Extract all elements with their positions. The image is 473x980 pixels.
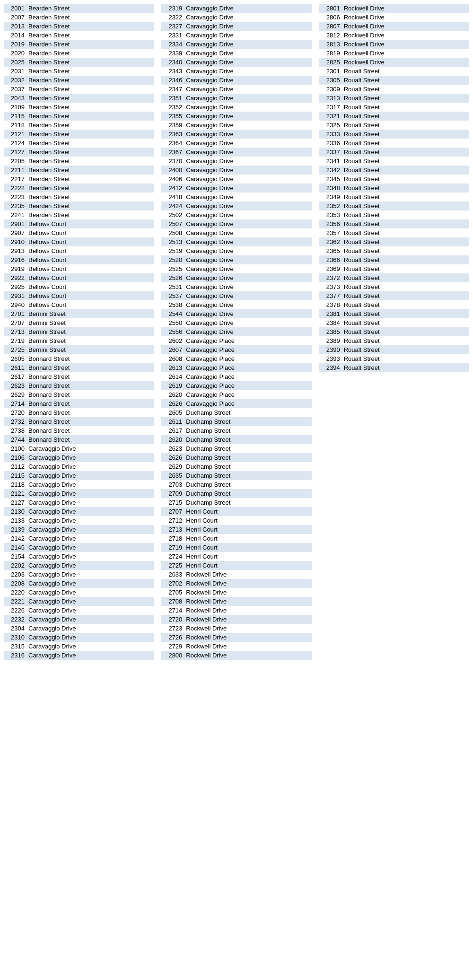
street-name: Henri Court: [186, 544, 217, 551]
list-item: 2714Rockwell Drive: [161, 606, 311, 615]
list-item: 2800Rockwell Drive: [161, 651, 311, 660]
list-item: 2712Henri Court: [161, 516, 311, 525]
list-item: 2222Bearden Street: [4, 184, 154, 192]
address-number: 2352: [164, 104, 182, 111]
street-name: Caravaggio Drive: [28, 517, 76, 524]
list-item: 2613Caravaggio Place: [161, 363, 311, 372]
address-number: 2919: [7, 265, 25, 272]
address-number: 2322: [164, 14, 182, 21]
address-number: 2217: [7, 175, 25, 183]
street-name: Caravaggio Drive: [28, 589, 76, 596]
street-name: Roualt Street: [344, 122, 380, 129]
street-name: Bonnard Street: [28, 355, 70, 362]
street-name: Roualt Street: [344, 301, 380, 308]
street-name: Bellows Court: [28, 256, 66, 263]
address-number: 2203: [7, 571, 25, 578]
street-name: Caravaggio Drive: [186, 265, 233, 272]
address-number: 2720: [164, 616, 182, 623]
street-name: Bernini Street: [28, 310, 66, 317]
list-item: 2352Roualt Street: [319, 201, 469, 210]
list-item: 2919Bellows Court: [4, 264, 154, 273]
street-name: Caravaggio Drive: [186, 32, 233, 39]
list-item: 2620Caravaggio Place: [161, 390, 311, 399]
street-name: Duchamp Street: [186, 445, 230, 452]
list-item: 2309Roualt Street: [319, 85, 469, 94]
address-number: 2221: [7, 598, 25, 605]
list-item: 2916Bellows Court: [4, 255, 154, 264]
address-number: 2205: [7, 158, 25, 165]
address-number: 2744: [7, 436, 25, 443]
street-name: Caravaggio Drive: [186, 247, 233, 254]
address-number: 2714: [7, 400, 25, 407]
street-name: Caravaggio Drive: [28, 652, 76, 659]
street-name: Henri Court: [186, 553, 217, 560]
street-name: Roualt Street: [344, 247, 380, 254]
list-item: 2031Bearden Street: [4, 67, 154, 76]
street-name: Bearden Street: [28, 50, 70, 57]
list-item: 2709Duchamp Street: [161, 489, 311, 498]
list-item: 2707Bernini Street: [4, 318, 154, 327]
street-name: Bonnard Street: [28, 409, 70, 416]
list-item: 2353Roualt Street: [319, 210, 469, 219]
street-name: Caravaggio Drive: [28, 616, 76, 623]
list-item: 2713Henri Court: [161, 525, 311, 534]
street-name: Caravaggio Drive: [186, 41, 233, 48]
address-number: 2301: [322, 68, 340, 75]
list-item: 2608Caravaggio Place: [161, 354, 311, 363]
address-number: 2139: [7, 526, 25, 533]
street-name: Rockwell Drive: [344, 50, 385, 57]
street-name: Rockwell Drive: [186, 652, 227, 659]
list-item: 2825Rockwell Drive: [319, 58, 469, 67]
address-number: 2629: [164, 463, 182, 470]
address-number: 2325: [322, 122, 340, 129]
address-number: 2707: [7, 319, 25, 326]
list-item: 2718Henri Court: [161, 534, 311, 543]
street-name: Rockwell Drive: [344, 23, 385, 30]
list-item: 2019Bearden Street: [4, 40, 154, 49]
address-number: 2327: [164, 23, 182, 30]
list-item: 2373Roualt Street: [319, 282, 469, 291]
street-name: Caravaggio Drive: [28, 490, 76, 497]
address-number: 2336: [322, 140, 340, 147]
address-number: 2519: [164, 247, 182, 254]
street-name: Caravaggio Drive: [28, 625, 76, 632]
list-item: 2378Roualt Street: [319, 300, 469, 309]
address-number: 2424: [164, 202, 182, 210]
address-number: 2381: [322, 310, 340, 317]
address-number: 2901: [7, 220, 25, 228]
address-number: 2372: [322, 274, 340, 281]
address-number: 2537: [164, 292, 182, 299]
street-name: Duchamp Street: [186, 409, 230, 416]
address-number: 2623: [7, 382, 25, 389]
address-number: 2605: [164, 409, 182, 416]
street-name: Caravaggio Drive: [28, 454, 76, 461]
street-name: Bearden Street: [28, 23, 70, 30]
address-number: 2709: [164, 490, 182, 497]
street-name: Caravaggio Drive: [186, 113, 233, 120]
list-item: 2703Duchamp Street: [161, 480, 311, 489]
address-number: 2724: [164, 553, 182, 560]
street-name: Bearden Street: [28, 59, 70, 66]
address-number: 2723: [164, 625, 182, 632]
list-item: 2223Bearden Street: [4, 192, 154, 201]
list-item: 2607Caravaggio Place: [161, 345, 311, 354]
list-item: 2744Bonnard Street: [4, 435, 154, 444]
address-number: 2394: [322, 364, 340, 371]
street-name: Caravaggio Drive: [28, 526, 76, 533]
address-number: 2633: [164, 571, 182, 578]
street-name: Henri Court: [186, 562, 217, 569]
list-item: 2130Caravaggio Drive: [4, 507, 154, 516]
address-number: 2109: [7, 104, 25, 111]
address-number: 2602: [164, 337, 182, 344]
list-item: 2331Caravaggio Drive: [161, 31, 311, 40]
address-number: 2738: [7, 427, 25, 434]
list-item: 2724Henri Court: [161, 552, 311, 561]
list-item: 2705Rockwell Drive: [161, 588, 311, 597]
address-number: 2211: [7, 166, 25, 174]
address-number: 2365: [322, 247, 340, 254]
street-name: Bearden Street: [28, 14, 70, 21]
list-item: 2139Caravaggio Drive: [4, 525, 154, 534]
address-number: 2341: [322, 158, 340, 165]
list-item: 2345Roualt Street: [319, 175, 469, 184]
street-name: Bonnard Street: [28, 373, 70, 380]
